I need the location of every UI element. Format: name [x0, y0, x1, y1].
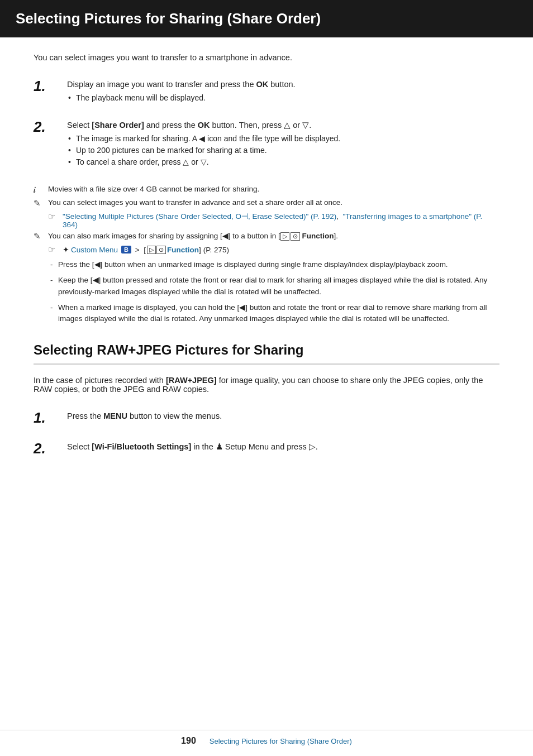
ref-icon-1: ☞	[48, 212, 60, 222]
step-2-number: 2.	[34, 118, 60, 136]
dash-item-1: Press the [◀] button when an unmarked im…	[48, 259, 499, 270]
footer: 190 Selecting Pictures for Sharing (Shar…	[0, 730, 533, 746]
section-2-intro: In the case of pictures recorded with [R…	[34, 376, 499, 394]
section-2-step-1: 1. Press the MENU button to view the men…	[34, 412, 499, 427]
tip-icon-1: ✎	[34, 198, 45, 208]
section-2-step-2-main: Select [Wi-Fi/Bluetooth Settings] in the…	[67, 442, 499, 451]
dash-item-2: Keep the [◀] button pressed and rotate t…	[48, 275, 499, 298]
info-icon: 𝒊	[34, 185, 45, 195]
step-2-bullets: The image is marked for sharing. A ◀ ico…	[67, 134, 499, 166]
gear-icon: ✦	[63, 245, 69, 254]
footer-title: Selecting Pictures for Sharing (Share Or…	[210, 737, 352, 745]
note-3: ✎ You can also mark images for sharing b…	[34, 231, 499, 241]
dash-list: Press the [◀] button when an unmarked im…	[48, 259, 499, 324]
ref-icon-2: ☞	[48, 245, 60, 255]
steps-section-1: 1. Display an image you want to transfer…	[34, 80, 499, 169]
tip-icon-2: ✎	[34, 231, 45, 241]
note-3-text: You can also mark images for sharing by …	[48, 231, 499, 241]
custom-menu-link[interactable]: Custom Menu	[71, 246, 118, 254]
custom-menu-page: (P. 275)	[203, 246, 229, 254]
step-2-bullet-3: To cancel a share order, press △ or ▽.	[67, 157, 499, 166]
step-1-bullet-1: The playback menu will be displayed.	[67, 93, 499, 102]
intro-text: You can select images you want to transf…	[34, 53, 499, 62]
section-2-step-2: 2. Select [Wi-Fi/Bluetooth Settings] in …	[34, 442, 499, 457]
section-2-step-2-content: Select [Wi-Fi/Bluetooth Settings] in the…	[67, 442, 499, 456]
note-2-ref: ☞ "Selecting Multiple Pictures (Share Or…	[48, 212, 499, 229]
function-link[interactable]: Function	[167, 246, 199, 254]
step-1: 1. Display an image you want to transfer…	[34, 80, 499, 105]
step-2: 2. Select [Share Order] and press the OK…	[34, 121, 499, 169]
note-2: ✎ You can select images you want to tran…	[34, 198, 499, 208]
dash-item-3: When a marked image is displayed, you ca…	[48, 302, 499, 325]
section-2-step-1-number: 1.	[34, 409, 60, 427]
step-2-bullet-1: The image is marked for sharing. A ◀ ico…	[67, 134, 499, 143]
section-2-step-1-content: Press the MENU button to view the menus.	[67, 412, 499, 425]
notes-section: 𝒊 Movies with a file size over 4 GB cann…	[34, 185, 499, 324]
main-title: Selecting Pictures for Sharing (Share Or…	[0, 0, 533, 37]
ref-link-1[interactable]: "Selecting Multiple Pictures (Share Orde…	[63, 212, 336, 221]
note-1-text: Movies with a file size over 4 GB cannot…	[48, 185, 499, 193]
step-1-content: Display an image you want to transfer an…	[67, 80, 499, 105]
step-1-number: 1.	[34, 78, 60, 95]
step-1-main: Display an image you want to transfer an…	[67, 80, 499, 89]
step-2-bullet-2: Up to 200 pictures can be marked for sha…	[67, 146, 499, 155]
step-1-bullets: The playback menu will be displayed.	[67, 93, 499, 102]
step-2-main: Select [Share Order] and press the OK bu…	[67, 121, 499, 130]
note-2-text: You can select images you want to transf…	[48, 198, 499, 207]
custom-menu-ref: ☞ ✦ Custom Menu B > [▷⊙ Function] (P. 27…	[48, 245, 499, 255]
step-2-content: Select [Share Order] and press the OK bu…	[67, 121, 499, 169]
custom-menu-badge: B	[121, 246, 131, 253]
note-2-ref-text: "Selecting Multiple Pictures (Share Orde…	[63, 212, 499, 229]
section-2-title: Selecting RAW+JPEG Pictures for Sharing	[34, 342, 499, 365]
page: Selecting Pictures for Sharing (Share Or…	[0, 0, 533, 756]
footer-page-number: 190	[181, 736, 196, 746]
note-1: 𝒊 Movies with a file size over 4 GB cann…	[34, 185, 499, 195]
section-2-step-2-number: 2.	[34, 440, 60, 457]
section-2: Selecting RAW+JPEG Pictures for Sharing …	[34, 342, 499, 457]
section-2-step-1-main: Press the MENU button to view the menus.	[67, 412, 499, 420]
